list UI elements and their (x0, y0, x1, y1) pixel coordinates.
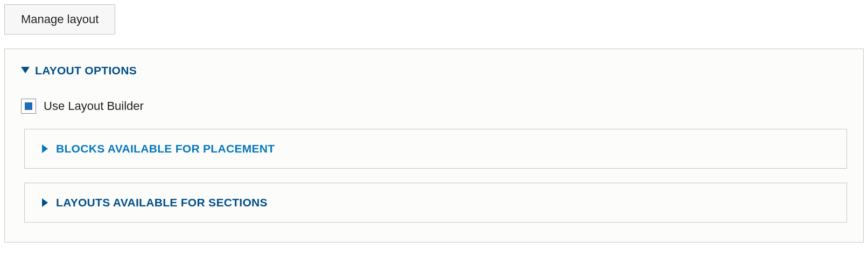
blocks-available-title: BLOCKS AVAILABLE FOR PLACEMENT (56, 142, 275, 155)
caret-right-icon (41, 198, 50, 207)
svg-marker-1 (42, 144, 48, 153)
caret-right-icon (41, 144, 50, 153)
manage-layout-tab-label: Manage layout (21, 12, 99, 26)
manage-layout-tab[interactable]: Manage layout (4, 4, 115, 34)
blocks-available-panel: BLOCKS AVAILABLE FOR PLACEMENT (24, 129, 847, 169)
layout-options-panel: LAYOUT OPTIONS Use Layout Builder BLOCKS… (4, 49, 864, 243)
layouts-available-title: LAYOUTS AVAILABLE FOR SECTIONS (56, 196, 268, 209)
use-layout-builder-row: Use Layout Builder (21, 99, 847, 114)
layouts-available-panel: LAYOUTS AVAILABLE FOR SECTIONS (24, 183, 847, 223)
use-layout-builder-label: Use Layout Builder (44, 99, 144, 113)
sub-panels: BLOCKS AVAILABLE FOR PLACEMENT LAYOUTS A… (21, 129, 847, 223)
checkbox-checked-icon (25, 102, 32, 110)
use-layout-builder-checkbox[interactable] (21, 99, 36, 114)
layout-options-title: LAYOUT OPTIONS (35, 64, 137, 77)
caret-down-icon (21, 66, 30, 75)
blocks-available-summary[interactable]: BLOCKS AVAILABLE FOR PLACEMENT (41, 142, 830, 155)
svg-marker-2 (42, 198, 48, 207)
layout-options-summary[interactable]: LAYOUT OPTIONS (21, 64, 847, 77)
svg-marker-0 (21, 67, 30, 73)
layouts-available-summary[interactable]: LAYOUTS AVAILABLE FOR SECTIONS (41, 196, 830, 209)
